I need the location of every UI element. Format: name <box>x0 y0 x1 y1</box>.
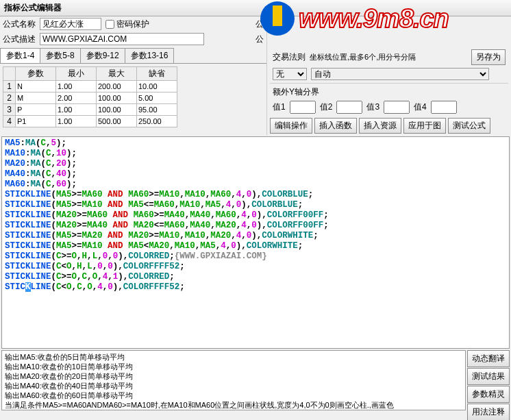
param-min-input[interactable] <box>56 104 96 115</box>
param-table: 参数最小最大缺省 1234 <box>3 66 177 127</box>
param-name-input[interactable] <box>16 116 55 127</box>
output-line: 当满足条件MA5>=MA10ANDMA5<=MA60时,在MA10和MA5位置之… <box>5 410 462 410</box>
action-button-4[interactable]: 测试公式 <box>448 118 490 134</box>
param-max-input[interactable] <box>97 92 136 103</box>
save-as-button[interactable]: 另存为 <box>471 49 506 65</box>
formula-name-label: 公式名称 <box>3 18 36 30</box>
output-line: 输出MA60:收盘价的60日简单移动平均 <box>5 391 462 400</box>
v2-input[interactable] <box>336 101 362 114</box>
param-def-input[interactable] <box>137 104 177 115</box>
param-tab-0[interactable]: 参数1-4 <box>0 48 40 63</box>
side-button-0[interactable]: 动态翻译 <box>467 350 510 367</box>
trade-rule-select[interactable]: 无 <box>273 68 307 80</box>
param-def-input[interactable] <box>137 81 177 92</box>
gs-label-1: 公 <box>256 18 264 30</box>
param-max-input[interactable] <box>97 81 136 92</box>
trade-rule-label: 交易法则 <box>273 51 306 63</box>
param-row: 4 <box>3 116 177 127</box>
output-line: 输出MA5:收盘价的5日简单移动平均 <box>5 352 462 362</box>
v1-input[interactable] <box>290 101 316 114</box>
v1-label: 值1 <box>273 101 286 113</box>
v3-label: 值3 <box>366 101 379 113</box>
param-def-input[interactable] <box>137 92 177 103</box>
param-max-input[interactable] <box>97 104 136 115</box>
extra-axis-label: 额外Y轴分界 <box>273 86 319 98</box>
coord-label: 坐标线位置,最多6个,用分号分隔 <box>310 52 416 62</box>
param-name-input[interactable] <box>16 104 55 115</box>
coord-select[interactable]: 自动 <box>311 68 489 80</box>
output-line: 当满足条件MA5>=MA60ANDMA60>=MA10时,在MA10和MA60位… <box>5 400 462 410</box>
formula-name-input[interactable] <box>40 18 101 30</box>
param-min-input[interactable] <box>56 116 96 127</box>
side-button-3[interactable]: 用法注释 <box>467 404 510 420</box>
param-row: 1 <box>3 81 177 92</box>
v4-label: 值4 <box>414 101 427 113</box>
param-tab-3[interactable]: 参数13-16 <box>125 48 175 63</box>
output-line: 输出MA20:收盘价的20日简单移动平均 <box>5 371 462 381</box>
window-title: 指标公式编辑器 <box>0 0 511 16</box>
param-min-input[interactable] <box>56 81 96 92</box>
param-row: 2 <box>3 92 177 104</box>
action-button-1[interactable]: 插入函数 <box>314 118 357 134</box>
param-tab-1[interactable]: 参数5-8 <box>40 48 80 63</box>
output-line: 输出MA10:收盘价的10日简单移动平均 <box>5 362 462 371</box>
formula-desc-label: 公式描述 <box>3 34 36 45</box>
action-button-2[interactable]: 插入资源 <box>359 118 401 134</box>
param-def-input[interactable] <box>137 116 177 127</box>
v3-input[interactable] <box>384 101 410 114</box>
side-button-2[interactable]: 参数精灵 <box>467 386 510 403</box>
side-button-1[interactable]: 测试结果 <box>467 368 510 385</box>
param-row: 3 <box>3 104 177 116</box>
param-tab-2[interactable]: 参数9-12 <box>80 48 125 63</box>
v4-input[interactable] <box>431 101 457 114</box>
gs-label-2: 公 <box>256 34 264 45</box>
action-button-3[interactable]: 应用于图 <box>403 118 446 134</box>
param-tabs: 参数1-4参数5-8参数9-12参数13-16 <box>0 48 266 64</box>
formula-desc-input[interactable] <box>40 33 204 45</box>
output-line: 输出MA40:收盘价的40日简单移动平均 <box>5 381 462 391</box>
param-max-input[interactable] <box>97 116 136 127</box>
v2-label: 值2 <box>320 101 333 113</box>
code-editor[interactable]: MA5:MA(C,5);MA10:MA(C,10);MA20:MA(C,20);… <box>1 136 510 349</box>
param-min-input[interactable] <box>56 92 96 103</box>
output-area[interactable]: 输出MA5:收盘价的5日简单移动平均输出MA10:收盘价的10日简单移动平均输出… <box>1 350 466 410</box>
param-name-input[interactable] <box>16 81 55 92</box>
password-protect-checkbox[interactable]: 密码保护 <box>105 18 149 30</box>
param-name-input[interactable] <box>16 92 55 103</box>
action-button-0[interactable]: 编辑操作 <box>270 118 312 134</box>
